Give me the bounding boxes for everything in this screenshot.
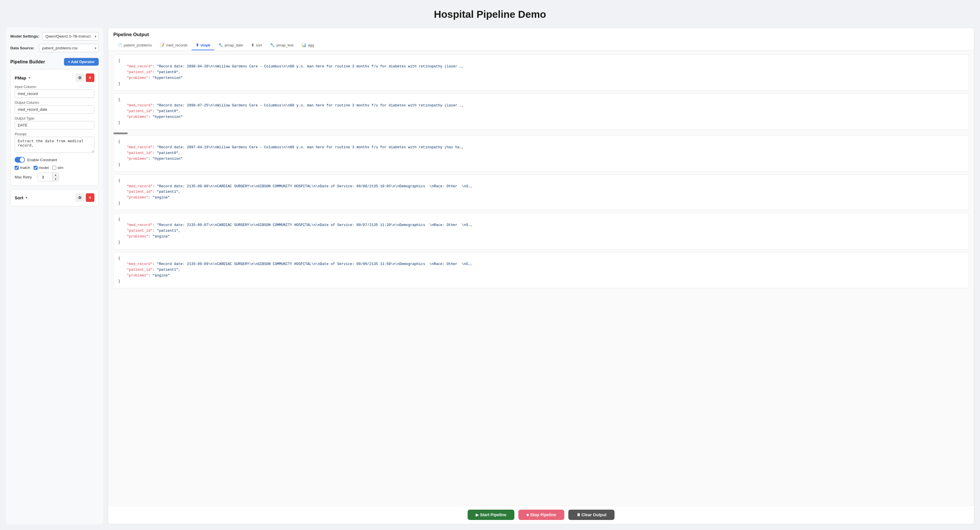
- pipeline-builder-header: Pipeline Builder + Add Operator: [10, 58, 99, 66]
- sort-delete-button[interactable]: ✕: [86, 193, 94, 202]
- pipeline-output-header: Pipeline Output 📄patient_problems📝med_re…: [108, 28, 974, 51]
- sort-operator-name: Sort: [14, 195, 23, 200]
- sort-title-row: Sort ▾: [14, 195, 27, 200]
- model-checkbox[interactable]: [33, 166, 38, 170]
- json-record-block: { "med_record": "Record date: 2097-04-19…: [113, 135, 969, 171]
- data-source-select-wrapper[interactable]: patient_problems.csv: [39, 44, 99, 52]
- model-settings-label: Model Settings:: [10, 34, 39, 38]
- pmap-input-column-field: Input Column:: [14, 85, 94, 98]
- json-record-block: { "med_record": "Record date: 2098-07-25…: [113, 94, 969, 130]
- pmap-output-type-input[interactable]: [14, 121, 94, 129]
- match-checkbox-item: match: [14, 165, 30, 170]
- model-settings-row: Model Settings: Qwen/Qwen2.5-7B-Instruct: [10, 32, 99, 40]
- page-title: Hospital Pipeline Demo: [6, 6, 974, 23]
- start-pipeline-button[interactable]: ▶ Start Pipeline: [468, 509, 514, 520]
- max-retry-input-wrapper: ▲ ▼: [38, 173, 59, 181]
- tab-pmap_test[interactable]: 🔧pmap_test: [266, 40, 298, 50]
- med_records-tab-icon: 📝: [160, 43, 165, 47]
- enable-constraint-row: Enable Constraint: [14, 157, 94, 163]
- output-content[interactable]: { "med_record": "Record date: 2098-04-20…: [108, 51, 974, 505]
- match-checkbox[interactable]: [14, 166, 19, 170]
- json-record-block: { "med_record": "Record date: 2135-09-08…: [113, 175, 969, 211]
- patient_problems-tab-label: patient_problems: [124, 43, 152, 47]
- pmap-title-row: PMap ▾: [14, 75, 30, 80]
- sim-checkbox-item: sim: [52, 165, 63, 170]
- med_records-tab-label: med_records: [166, 43, 188, 47]
- tab-pmap_date[interactable]: 🔧pmap_date: [214, 40, 247, 50]
- scroll-indicator: [113, 132, 128, 134]
- pmap_test-tab-label: pmap_test: [276, 43, 293, 47]
- pmap-prompt-field: Prompt: Extract the date from medical re…: [14, 132, 94, 154]
- sim-label[interactable]: sim: [57, 165, 63, 170]
- pmap_test-tab-icon: 🔧: [270, 43, 275, 47]
- model-checkbox-item: model: [33, 165, 49, 170]
- pmap-operator-actions: ⚙ ✕: [75, 73, 94, 82]
- enable-constraint-toggle[interactable]: [14, 157, 25, 163]
- pipeline-output-title: Pipeline Output: [113, 32, 969, 38]
- data-source-row: Data Source: patient_problems.csv: [10, 44, 99, 52]
- pmap_date-tab-icon: 🔧: [218, 43, 223, 47]
- sort-chevron-icon[interactable]: ▾: [25, 195, 27, 200]
- clear-output-button[interactable]: 🖥 Clear Output: [568, 509, 614, 520]
- pmap_date-tab-label: pmap_date: [224, 43, 243, 47]
- max-retry-row: Max Retry ▲ ▼: [14, 173, 94, 181]
- sort-tab-label: sort: [256, 43, 262, 47]
- sort-operator-header: Sort ▾ ⚙ ✕: [14, 193, 94, 202]
- model-select[interactable]: Qwen/Qwen2.5-7B-Instruct: [42, 32, 99, 40]
- pmap-gear-button[interactable]: ⚙: [75, 73, 84, 82]
- max-retry-input[interactable]: [38, 173, 52, 181]
- pipeline-builder-title: Pipeline Builder: [10, 59, 45, 65]
- pmap-output-column-field: Output Column:: [14, 101, 94, 114]
- json-record-block: { "med_record": "Record date: 2135-09-09…: [113, 252, 969, 288]
- match-label[interactable]: match: [20, 165, 30, 170]
- pmap-input-column-input[interactable]: [14, 89, 94, 98]
- constraint-checkboxes-row: match model sim: [14, 165, 94, 170]
- pmap-output-type-label: Output Type:: [14, 116, 94, 121]
- json-record-block: { "med_record": "Record date: 2135-09-07…: [113, 213, 969, 249]
- vtopk-tab-label: vtopk: [200, 43, 210, 47]
- agg-tab-icon: 📊: [302, 43, 306, 47]
- sort-gear-button[interactable]: ⚙: [75, 193, 84, 202]
- pmap-operator-card: PMap ▾ ⚙ ✕ Input Column: Output Column:: [10, 69, 99, 186]
- tab-sort[interactable]: ⬇sort: [247, 40, 266, 50]
- vtopk-tab-icon: ⬆: [196, 43, 199, 47]
- number-spinners: ▲ ▼: [52, 173, 59, 181]
- json-record-block: { "med_record": "Record date: 2098-04-20…: [113, 54, 969, 90]
- tab-vtopk[interactable]: ⬆vtopk: [192, 40, 214, 50]
- tabs-row: 📄patient_problems📝med_records⬆vtopk🔧pmap…: [113, 40, 969, 50]
- sort-operator-actions: ⚙ ✕: [75, 193, 94, 202]
- right-panel: Pipeline Output 📄patient_problems📝med_re…: [108, 27, 974, 524]
- sort-operator-card: Sort ▾ ⚙ ✕: [10, 189, 99, 206]
- spinner-up-button[interactable]: ▲: [52, 173, 59, 177]
- pmap-prompt-label: Prompt:: [14, 132, 94, 136]
- add-operator-button[interactable]: + Add Operator: [64, 58, 99, 66]
- pmap-output-type-field: Output Type:: [14, 116, 94, 129]
- patient_problems-tab-icon: 📄: [117, 43, 122, 47]
- stop-pipeline-button[interactable]: ■ Stop Pipeline: [519, 509, 564, 520]
- pmap-operator-header: PMap ▾ ⚙ ✕: [14, 73, 94, 82]
- pmap-chevron-icon[interactable]: ▾: [29, 76, 30, 80]
- sort-tab-icon: ⬇: [251, 43, 255, 47]
- bottom-bar: ▶ Start Pipeline ■ Stop Pipeline 🖥 Clear…: [108, 505, 974, 524]
- model-select-wrapper[interactable]: Qwen/Qwen2.5-7B-Instruct: [42, 32, 99, 40]
- left-panel: Model Settings: Qwen/Qwen2.5-7B-Instruct…: [6, 27, 103, 524]
- spinner-down-button[interactable]: ▼: [52, 177, 59, 181]
- sim-checkbox[interactable]: [52, 166, 56, 170]
- pmap-prompt-textarea[interactable]: Extract the date from medical record,: [14, 137, 94, 153]
- pmap-output-column-label: Output Column:: [14, 101, 94, 105]
- tab-med_records[interactable]: 📝med_records: [156, 40, 192, 50]
- pmap-operator-name: PMap: [14, 75, 26, 80]
- pmap-output-column-input[interactable]: [14, 105, 94, 114]
- model-label[interactable]: model: [39, 165, 49, 170]
- data-source-label: Data Source:: [10, 46, 36, 50]
- data-source-select[interactable]: patient_problems.csv: [39, 44, 99, 52]
- max-retry-label: Max Retry: [14, 175, 35, 179]
- tab-patient_problems[interactable]: 📄patient_problems: [113, 40, 156, 50]
- agg-tab-label: agg: [308, 43, 314, 47]
- pmap-delete-button[interactable]: ✕: [86, 73, 94, 82]
- pmap-input-column-label: Input Column:: [14, 85, 94, 89]
- enable-constraint-label: Enable Constraint: [27, 158, 57, 162]
- tab-agg[interactable]: 📊agg: [298, 40, 318, 50]
